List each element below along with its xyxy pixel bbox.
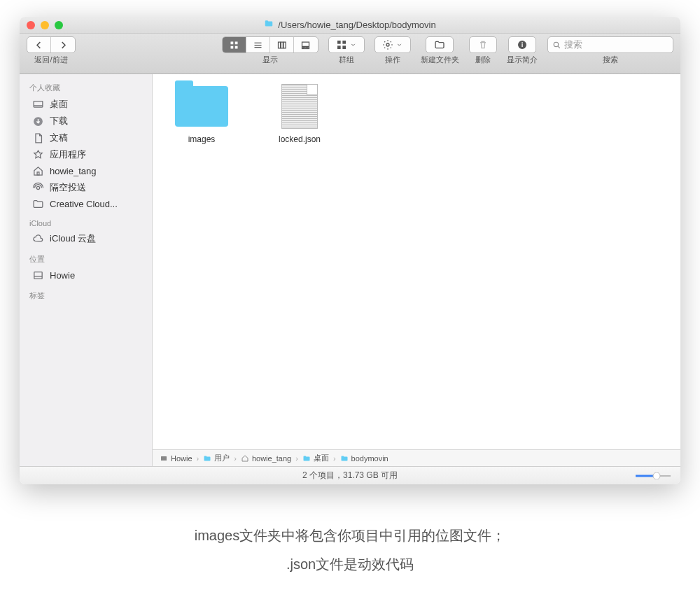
svg-point-21: [554, 42, 559, 46]
cloud-icon: [32, 233, 44, 245]
column-view-button[interactable]: [270, 37, 294, 52]
svg-line-22: [558, 46, 560, 48]
svg-rect-7: [278, 42, 280, 48]
finder-window: /Users/howie_tang/Desktop/bodymovin 返回/前…: [20, 17, 680, 484]
disk-icon: [160, 454, 168, 463]
svg-rect-23: [34, 101, 43, 107]
info-button[interactable]: i: [508, 36, 536, 53]
folder-icon: [302, 454, 311, 463]
file-grid[interactable]: images locked.json: [153, 74, 680, 449]
airdrop-icon: [32, 182, 44, 194]
view-label: 显示: [262, 55, 278, 65]
svg-rect-16: [337, 45, 341, 49]
svg-rect-2: [230, 45, 233, 48]
titlebar[interactable]: /Users/howie_tang/Desktop/bodymovin: [20, 17, 680, 34]
document-icon: [32, 132, 44, 144]
folder-icon: [175, 86, 228, 127]
sidebar-item-creative-cloud[interactable]: Creative Cloud...: [20, 196, 152, 212]
home-icon: [241, 454, 249, 463]
disk-icon: [32, 269, 44, 281]
window-body: 个人收藏 桌面 下载 文稿 应用程序 howie_tang 隔空投送 Creat…: [20, 74, 680, 466]
svg-rect-9: [284, 42, 286, 48]
folder-icon: [203, 454, 211, 463]
info-group: i 显示简介: [507, 36, 538, 65]
file-name: locked.json: [279, 134, 321, 144]
sidebar-item-home[interactable]: howie_tang: [20, 163, 152, 179]
toolbar: 返回/前进 显示 群组 操作: [20, 34, 680, 74]
document-icon: [281, 84, 318, 129]
nav-group: 返回/前进: [27, 36, 76, 65]
sidebar-item-icloud-drive[interactable]: iCloud 云盘: [20, 230, 152, 247]
delete-group: 删除: [469, 36, 497, 65]
path-crumb[interactable]: howie_tang: [241, 454, 291, 463]
svg-text:i: i: [521, 41, 523, 48]
new-folder-button[interactable]: [426, 36, 454, 53]
forward-button[interactable]: [51, 37, 75, 52]
sidebar-header-tags: 标签: [20, 286, 152, 304]
sidebar-item-downloads[interactable]: 下载: [20, 113, 152, 129]
svg-point-33: [653, 472, 660, 479]
sidebar-item-documents[interactable]: 文稿: [20, 129, 152, 146]
svg-rect-12: [304, 47, 307, 48]
svg-rect-26: [37, 172, 39, 175]
main-area: images locked.json Howie› 用户› howie_tang…: [153, 74, 680, 466]
svg-rect-28: [34, 272, 42, 279]
path-crumb[interactable]: Howie: [160, 454, 192, 463]
delete-button[interactable]: [469, 36, 497, 53]
path-crumb[interactable]: 桌面: [302, 453, 329, 463]
list-view-button[interactable]: [246, 37, 270, 52]
path-bar: Howie› 用户› howie_tang› 桌面› bodymovin: [153, 449, 680, 466]
action-group: 操作: [374, 36, 411, 65]
sidebar-item-airdrop[interactable]: 隔空投送: [20, 179, 152, 196]
sidebar-item-disk[interactable]: Howie: [20, 267, 152, 283]
file-item-folder[interactable]: images: [167, 84, 237, 144]
caption-text: images文件夹中将包含你项目中引用的位图文件； .json文件是动效代码: [0, 526, 700, 574]
svg-rect-1: [234, 41, 237, 44]
zoom-slider[interactable]: [636, 472, 671, 479]
sidebar-header-icloud: iCloud: [20, 215, 152, 230]
nav-label: 返回/前进: [34, 55, 67, 65]
newfolder-group: 新建文件夹: [421, 36, 459, 65]
group-button[interactable]: [328, 36, 365, 53]
sidebar: 个人收藏 桌面 下载 文稿 应用程序 howie_tang 隔空投送 Creat…: [20, 74, 153, 466]
group-label: 群组: [339, 55, 354, 65]
newfolder-label: 新建文件夹: [421, 55, 459, 65]
apps-icon: [32, 149, 44, 161]
action-button[interactable]: [374, 36, 411, 53]
file-name: images: [188, 134, 216, 144]
svg-point-27: [36, 186, 39, 189]
path-crumb[interactable]: bodymovin: [340, 454, 388, 463]
svg-rect-17: [342, 45, 346, 49]
folder-icon: [264, 19, 274, 31]
sidebar-item-desktop[interactable]: 桌面: [20, 96, 152, 113]
delete-label: 删除: [475, 55, 491, 65]
status-bar: 2 个项目，31.73 GB 可用: [20, 466, 680, 484]
search-icon: [552, 41, 561, 50]
home-icon: [32, 165, 44, 177]
svg-rect-30: [161, 456, 167, 461]
sidebar-header-favorites: 个人收藏: [20, 78, 152, 96]
svg-rect-15: [342, 41, 346, 44]
desktop-icon: [32, 99, 44, 111]
view-group: 显示: [222, 36, 318, 65]
status-text: 2 个项目，31.73 GB 可用: [302, 470, 398, 482]
download-icon: [32, 115, 44, 127]
title-path: /Users/howie_tang/Desktop/bodymovin: [278, 20, 435, 30]
back-button[interactable]: [27, 37, 51, 52]
icon-view-button[interactable]: [223, 37, 246, 52]
sidebar-item-applications[interactable]: 应用程序: [20, 146, 152, 163]
file-item-json[interactable]: locked.json: [265, 84, 335, 144]
svg-rect-0: [230, 41, 233, 44]
group-group: 群组: [328, 36, 365, 65]
search-input[interactable]: 搜索: [547, 36, 673, 53]
folder-icon: [32, 198, 44, 210]
path-crumb[interactable]: 用户: [203, 453, 230, 463]
action-label: 操作: [385, 55, 400, 65]
svg-rect-11: [302, 47, 304, 48]
svg-rect-3: [234, 45, 237, 48]
sidebar-header-locations: 位置: [20, 250, 152, 267]
info-label: 显示简介: [507, 55, 538, 65]
gallery-view-button[interactable]: [294, 37, 318, 52]
svg-rect-13: [307, 47, 309, 48]
search-group: 搜索 搜索: [547, 36, 674, 65]
